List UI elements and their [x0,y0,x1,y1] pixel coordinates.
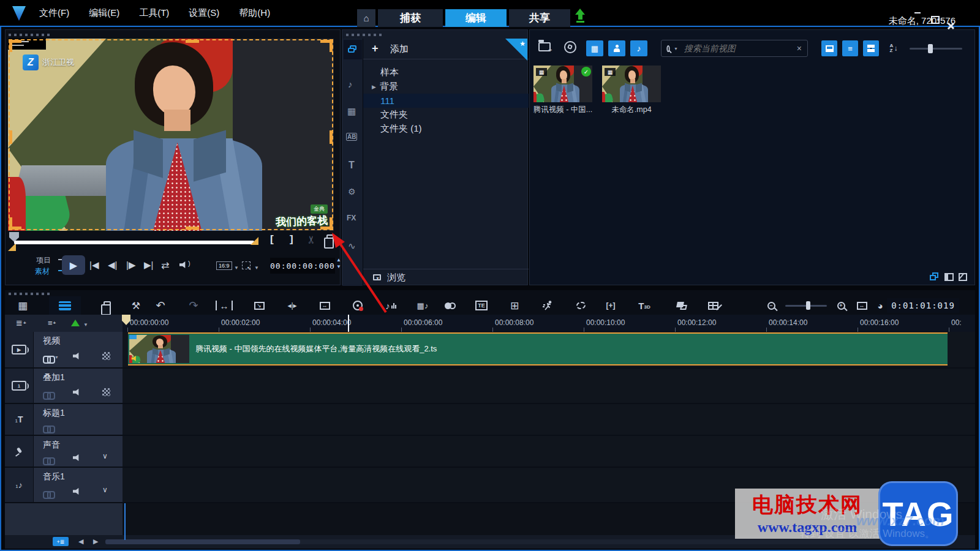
media-item[interactable]: ▦ 未命名.mp4 [600,63,663,124]
sound-mixer-icon[interactable]: ♪ [380,296,401,315]
filter-videos-toggle[interactable]: ▦ [586,40,603,56]
title-track-header[interactable]: 标题1 [33,404,123,435]
track-manager-icon[interactable]: ≣+ [16,318,26,328]
go-end-icon[interactable]: ▶| [144,260,153,271]
voice-track-gutter[interactable] [5,436,33,467]
timeline-view-button[interactable] [49,296,81,315]
thumb-size-slider-handle[interactable] [928,44,933,53]
mute-track-icon[interactable] [73,353,81,359]
scroll-right-icon[interactable]: ▶ [93,538,98,545]
project-mode-toggle[interactable]: 项目 [36,255,51,266]
track-motion-icon[interactable]: [+] [600,296,621,315]
preview-timecode[interactable]: 00:00:00:000 [270,258,335,274]
repeat-icon[interactable]: ⇄ [161,260,169,271]
view-grid-button[interactable] [863,40,879,56]
mix-tools-icon[interactable]: ⚒ [126,296,146,315]
link-dropdown-icon[interactable]: ▼ [55,355,59,359]
go-start-icon[interactable]: |◀ [89,260,99,271]
subtitle-editor-icon[interactable]: TE [471,296,492,315]
motion-path-library-icon[interactable]: ∿ [348,241,356,252]
menu-settings[interactable]: 设置(S) [189,7,219,19]
link-icon[interactable] [43,356,53,361]
instant-project-icon[interactable]: ▦ [347,106,356,117]
capture-aperture-icon[interactable] [564,41,576,53]
library-folder-item[interactable]: 文件夹 [363,108,529,122]
mute-track-icon[interactable] [73,389,81,395]
scroll-left-icon[interactable]: ◀ [78,538,83,545]
home-button[interactable]: ⌂ [357,9,375,27]
media-item[interactable]: ▦ ✓ 腾讯视频 - 中国... [531,63,595,124]
edit-pencil-icon[interactable] [959,273,967,281]
import-folder-icon[interactable]: + [538,42,551,51]
aspect-dropdown-icon[interactable]: ▼ [234,265,239,271]
menu-file[interactable]: 文件(F) [39,7,69,19]
filter-photos-toggle[interactable] [608,40,625,56]
aspect-ratio-chip[interactable]: 16:9 [216,261,232,270]
audio-library-icon[interactable]: ♪ [348,79,353,89]
mute-track-icon[interactable] [73,488,81,495]
link-icon[interactable] [43,425,53,431]
preview-video[interactable]: Z 浙江卫视 金典 我们的客栈 [8,39,334,231]
resize-handle-top[interactable] [186,40,199,43]
overlay-track-gutter[interactable]: 1 [5,369,33,403]
resize-handle-br[interactable] [320,217,333,230]
filter-audio-toggle[interactable]: ♪ [630,40,647,56]
shrink-project-icon[interactable]: ↘ [249,296,270,315]
library-folder-item-selected[interactable]: 111 [363,94,529,108]
title-3d-icon[interactable]: T3D [634,296,655,315]
timecode-spinner[interactable]: ▲ ▼ [336,258,341,269]
mark-in-icon[interactable]: [ [270,233,274,246]
chroma-key-icon[interactable] [71,320,80,326]
compact-view-icon[interactable] [944,273,954,281]
enlarge-copy-icon[interactable] [326,234,334,243]
filter-library-icon[interactable]: FX [347,214,356,222]
panel-drag-handle[interactable] [346,34,383,36]
trim-end-handle[interactable] [251,237,258,245]
video-track-header[interactable]: 视频 ▼ [33,332,123,367]
title-track-gutter[interactable]: 1T [5,404,33,435]
storyboard-view-icon[interactable]: ▦ [12,296,33,315]
transition-library-icon[interactable]: AB [346,133,357,141]
media-library-icon[interactable] [347,43,358,54]
add-cue-button[interactable]: +≣ [53,537,69,546]
transition-effects-icon[interactable] [440,296,461,315]
voice-track-header[interactable]: 声音 ∨ [33,436,123,467]
add-track-icon[interactable]: ≡+ [48,318,56,328]
spinner-up-icon[interactable]: ▲ [336,258,341,263]
redo-icon[interactable]: ↷ [183,296,204,315]
library-folder-item[interactable]: 样本 [363,66,529,80]
expand-arrow-icon[interactable]: ▶ [372,84,376,90]
sort-button[interactable]: AZ ↓ [886,40,901,56]
fade-icon[interactable]: ∨ [102,452,108,460]
resize-handle-tl[interactable] [9,40,21,52]
thumb-size-slider[interactable] [910,48,962,50]
motion-tracking-icon[interactable] [538,296,559,315]
panel-drag-handle[interactable] [9,34,51,36]
custom-motion-icon[interactable] [570,296,591,315]
timeline-scrollbar-thumb[interactable] [105,539,300,544]
view-scene-button[interactable] [821,40,837,56]
link-icon[interactable] [43,457,53,463]
clip-mode-toggle[interactable]: 素材 [35,266,50,277]
resize-handle-right[interactable] [330,130,333,144]
undo-icon[interactable]: ↶ [150,296,171,315]
search-input[interactable] [683,43,797,54]
mark-out-icon[interactable]: ] [290,233,293,246]
film-reel-icon[interactable] [347,296,368,315]
music-track-gutter[interactable]: 1♪ [5,468,33,502]
library-folder-item[interactable]: 文件夹 (1) [363,122,529,136]
graphic-library-icon[interactable]: ⚙ [348,187,356,197]
mute-track-icon[interactable] [73,454,81,461]
overlay-track-lane[interactable] [123,369,975,403]
timeline-zoom-slider-handle[interactable] [806,301,810,310]
timeline-clip[interactable]: 腾讯视频 - 中国领先的在线视频媒体平台,海量高清视频在线观看_2.ts [128,332,948,365]
search-dropdown-icon[interactable]: ▼ [674,47,678,51]
link-icon[interactable] [43,392,53,397]
library-panel-icon[interactable] [930,272,940,281]
overlay-track-header[interactable]: 叠加1 [33,369,123,403]
menu-help[interactable]: 帮助(H) [239,7,270,19]
auto-music-icon[interactable]: ▦♪ [412,296,433,315]
tab-edit[interactable]: 编辑 [445,9,507,27]
split-scissors-icon[interactable]: ✂ [305,235,318,244]
fade-icon[interactable]: ∨ [102,485,108,494]
